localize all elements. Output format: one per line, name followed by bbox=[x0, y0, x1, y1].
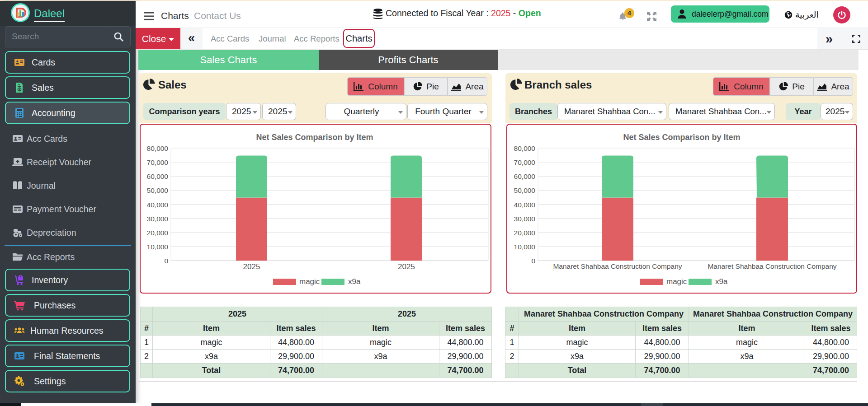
svg-text:x9a: x9a bbox=[715, 277, 728, 286]
svg-text:0: 0 bbox=[164, 257, 168, 265]
svg-text:20,000: 20,000 bbox=[514, 229, 536, 237]
svg-text:x9a: x9a bbox=[348, 277, 361, 286]
svg-text:Net Sales Comparison by Item: Net Sales Comparison by Item bbox=[623, 133, 740, 142]
svg-text:30,000: 30,000 bbox=[147, 215, 169, 223]
svg-text:10,000: 10,000 bbox=[147, 243, 169, 251]
svg-text:70,000: 70,000 bbox=[147, 159, 169, 166]
svg-text:20,000: 20,000 bbox=[147, 229, 169, 237]
svg-text:magic: magic bbox=[666, 277, 687, 286]
svg-text:60,000: 60,000 bbox=[147, 173, 169, 180]
svg-text:50,000: 50,000 bbox=[147, 187, 169, 194]
svg-text:40,000: 40,000 bbox=[147, 201, 169, 209]
svg-text:10,000: 10,000 bbox=[514, 243, 536, 251]
svg-text:80,000: 80,000 bbox=[147, 145, 169, 152]
svg-text:magic: magic bbox=[299, 277, 320, 286]
svg-text:30,000: 30,000 bbox=[514, 215, 536, 223]
svg-text:40,000: 40,000 bbox=[514, 201, 536, 209]
svg-text:Manaret Shahbaa Construction C: Manaret Shahbaa Construction Company bbox=[553, 262, 682, 270]
svg-text:60,000: 60,000 bbox=[514, 173, 536, 180]
svg-text:0: 0 bbox=[531, 257, 535, 265]
svg-text:2025: 2025 bbox=[243, 262, 260, 271]
svg-text:2025: 2025 bbox=[398, 262, 415, 271]
svg-text:70,000: 70,000 bbox=[514, 159, 536, 166]
svg-text:Manaret Shahbaa Construction C: Manaret Shahbaa Construction Company bbox=[708, 262, 836, 270]
svg-text:80,000: 80,000 bbox=[514, 145, 536, 152]
svg-text:50,000: 50,000 bbox=[514, 187, 536, 194]
svg-text:Net Sales Comparison by Item: Net Sales Comparison by Item bbox=[256, 133, 373, 142]
